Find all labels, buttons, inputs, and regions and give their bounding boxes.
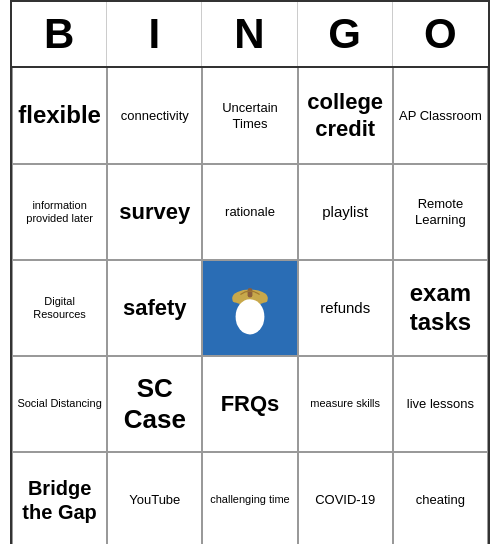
bingo-cell: cheating [393, 452, 488, 544]
letter-o: O [393, 2, 488, 66]
letter-n: N [202, 2, 297, 66]
bingo-cell: exam tasks [393, 260, 488, 356]
bingo-card: B I N G O flexibleconnectivityUncertain … [10, 0, 490, 544]
bingo-cell: live lessons [393, 356, 488, 452]
bingo-cell: college credit [298, 68, 393, 164]
bingo-cell: information provided later [12, 164, 107, 260]
bingo-cell: flexible [12, 68, 107, 164]
bingo-cell [202, 260, 297, 356]
letter-g: G [298, 2, 393, 66]
bingo-cell: refunds [298, 260, 393, 356]
bingo-cell: survey [107, 164, 202, 260]
bingo-cell: challenging time [202, 452, 297, 544]
bingo-cell: SC Case [107, 356, 202, 452]
bingo-cell: YouTube [107, 452, 202, 544]
bingo-cell: rationale [202, 164, 297, 260]
bingo-cell: Digital Resources [12, 260, 107, 356]
bingo-cell: Uncertain Times [202, 68, 297, 164]
bingo-header: B I N G O [12, 2, 488, 68]
bingo-cell: safety [107, 260, 202, 356]
bingo-cell: playlist [298, 164, 393, 260]
bingo-cell: AP Classroom [393, 68, 488, 164]
bingo-cell: Bridge the Gap [12, 452, 107, 544]
bingo-cell: connectivity [107, 68, 202, 164]
bingo-cell: COVID-19 [298, 452, 393, 544]
bingo-cell: FRQs [202, 356, 297, 452]
bingo-cell: Remote Learning [393, 164, 488, 260]
svg-rect-2 [248, 288, 253, 298]
letter-b: B [12, 2, 107, 66]
svg-point-3 [236, 299, 265, 334]
bingo-grid: flexibleconnectivityUncertain Timescolle… [12, 68, 488, 544]
bingo-cell: measure skills [298, 356, 393, 452]
letter-i: I [107, 2, 202, 66]
bingo-cell: Social Distancing [12, 356, 107, 452]
